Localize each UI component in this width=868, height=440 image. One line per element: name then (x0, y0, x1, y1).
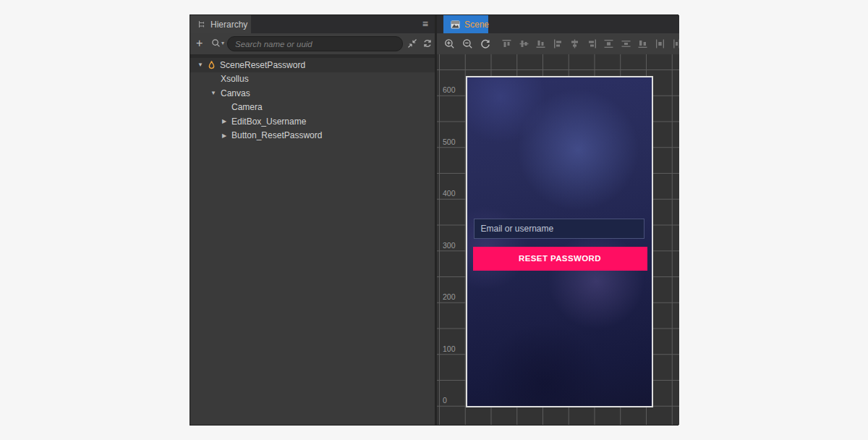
tab-scene-label: Scene (464, 20, 489, 30)
distribute-bottom-icon[interactable] (638, 39, 647, 48)
ruler-label-400: 400 (443, 189, 461, 198)
hierarchy-tree: ▼ SceneResetPassword Xsollus ▼ Canvas Ca… (190, 54, 435, 425)
distribute-v-center-icon[interactable] (621, 39, 631, 48)
align-h-center-icon[interactable] (570, 39, 579, 48)
scene-panel: Scene (437, 15, 679, 425)
reset-password-button[interactable]: RESET PASSWORD (473, 247, 647, 271)
ruler-label-600: 600 (443, 85, 461, 94)
chevron-down-icon[interactable]: ▼ (210, 90, 216, 96)
tab-hierarchy-label: Hierarchy (210, 20, 247, 30)
chevron-right-icon[interactable]: ▶ (222, 132, 226, 139)
ruler-label-200: 200 (443, 292, 461, 301)
hierarchy-panel: Hierarchy ≡ + ▾ ▼ Scene (190, 15, 435, 425)
search-filter-caret-icon: ▾ (221, 40, 224, 46)
tree-label[interactable]: Camera (231, 102, 263, 112)
ruler-label-100: 100 (443, 344, 461, 353)
ruler-label-500: 500 (443, 138, 461, 146)
ruler-label-300: 300 (443, 241, 461, 250)
tree-label[interactable]: Button_ResetPassword (231, 130, 322, 140)
tree-row-camera[interactable]: Camera (190, 101, 435, 115)
tree-label[interactable]: Canvas (221, 88, 250, 98)
distribute-top-icon[interactable] (604, 39, 613, 48)
scene-tabbar: Scene (437, 15, 679, 33)
tab-scene[interactable]: Scene (443, 15, 488, 33)
zoom-in-icon[interactable] (444, 38, 455, 49)
align-right-icon[interactable] (587, 39, 597, 48)
align-bottom-icon[interactable] (536, 39, 545, 48)
hierarchy-toolbar: + ▾ (190, 33, 435, 54)
hierarchy-tabbar: Hierarchy ≡ (190, 15, 435, 33)
tree-row-xsollus[interactable]: Xsollus (190, 72, 435, 87)
scene-flame-icon (207, 60, 216, 70)
scene-stage-canvas[interactable]: RESET PASSWORD (466, 76, 653, 407)
add-node-button[interactable]: + (196, 36, 203, 51)
panel-menu-icon[interactable]: ≡ (422, 18, 428, 30)
scene-toolbar (437, 33, 679, 54)
email-username-field[interactable] (474, 219, 644, 239)
search-filter-icon[interactable]: ▾ (211, 38, 224, 48)
tree-row-button[interactable]: ▶ Button_ResetPassword (190, 129, 435, 143)
tree-row-scene[interactable]: ▼ SceneResetPassword (190, 58, 435, 72)
tree-label[interactable]: SceneResetPassword (220, 60, 305, 70)
distribute-left-icon[interactable] (655, 39, 665, 48)
tree-row-editbox[interactable]: ▶ EditBox_Username (190, 114, 435, 129)
hierarchy-tree-icon (197, 20, 206, 29)
align-top-icon[interactable] (502, 39, 511, 48)
chevron-down-icon[interactable]: ▼ (197, 62, 203, 68)
reset-view-icon[interactable] (480, 39, 490, 49)
ruler-label-0: 0 (443, 396, 461, 405)
scene-viewport-grid[interactable]: 600 500 400 300 200 100 0 RESET PASSWORD (437, 54, 679, 425)
collapse-all-icon[interactable] (407, 38, 417, 48)
refresh-icon[interactable] (422, 38, 433, 48)
tab-hierarchy[interactable]: Hierarchy (190, 15, 251, 33)
align-left-icon[interactable] (553, 39, 563, 48)
zoom-out-icon[interactable] (462, 38, 473, 49)
tree-row-canvas[interactable]: ▼ Canvas (190, 86, 435, 101)
distribute-h-center-icon[interactable] (672, 39, 679, 48)
tree-label[interactable]: EditBox_Username (231, 117, 306, 127)
search-input[interactable] (227, 36, 403, 51)
chevron-right-icon[interactable]: ▶ (222, 118, 226, 124)
editor-window: Hierarchy ≡ + ▾ ▼ Scene (190, 14, 678, 426)
align-v-center-icon[interactable] (519, 39, 529, 48)
tree-label[interactable]: Xsollus (221, 74, 249, 84)
scene-image-icon (451, 20, 460, 29)
